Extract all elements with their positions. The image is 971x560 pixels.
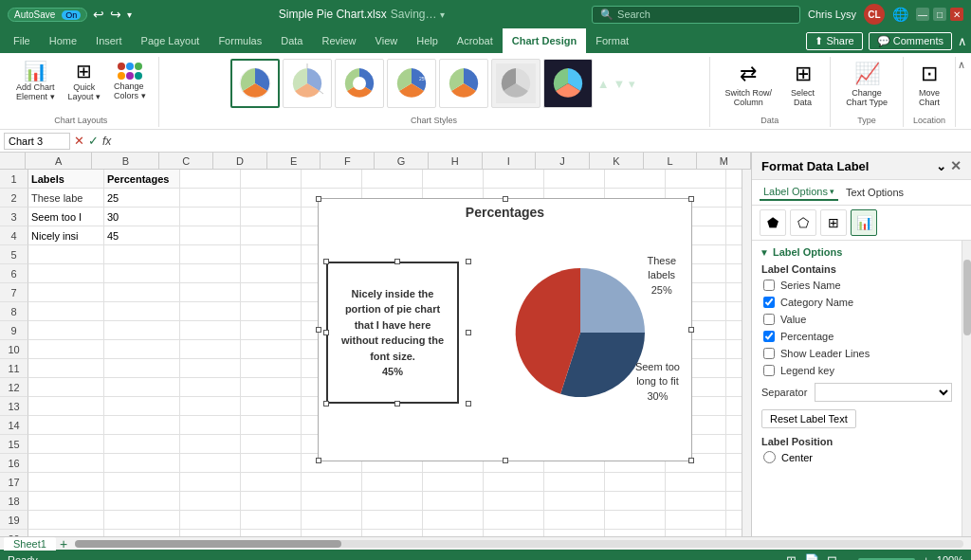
- cell-17-10[interactable]: [666, 473, 726, 492]
- add-chart-element-button[interactable]: 📊 Add ChartElement ▾: [11, 59, 60, 104]
- reset-label-text-button[interactable]: Reset Label Text: [761, 409, 856, 428]
- cell-11-3[interactable]: [241, 359, 302, 378]
- col-e[interactable]: E: [267, 153, 321, 170]
- change-chart-type-button[interactable]: 📈 ChangeChart Type: [838, 59, 895, 110]
- cell-11-0[interactable]: [28, 359, 104, 378]
- quick-layout-button[interactable]: ⊞ QuickLayout ▾: [64, 59, 106, 104]
- ribbon-collapse[interactable]: ∧: [956, 57, 967, 127]
- row-header-13[interactable]: 13: [0, 397, 28, 416]
- row-header-16[interactable]: 16: [0, 454, 28, 473]
- cell-18-9[interactable]: [605, 492, 666, 511]
- cell-20-6[interactable]: [423, 530, 484, 536]
- cell-d1[interactable]: [241, 170, 302, 189]
- chart-style-7[interactable]: [543, 59, 593, 108]
- cell-a1[interactable]: Labels: [28, 170, 104, 189]
- tab-review[interactable]: Review: [312, 28, 365, 53]
- cell-a4[interactable]: Nicely insi: [28, 226, 104, 245]
- cell-5-0[interactable]: [28, 245, 104, 264]
- chart-area[interactable]: Percentages Nicely insid: [318, 198, 692, 461]
- cell-19-8[interactable]: [544, 511, 605, 530]
- tab-view[interactable]: View: [366, 28, 408, 53]
- row-header-7[interactable]: 7: [0, 283, 28, 302]
- cell-18-2[interactable]: [180, 492, 241, 511]
- cell-20-5[interactable]: [362, 530, 423, 536]
- cell-b2[interactable]: 25: [104, 189, 180, 208]
- cell-14-0[interactable]: [28, 416, 104, 435]
- cell-12-2[interactable]: [180, 378, 241, 397]
- col-h[interactable]: H: [429, 153, 483, 170]
- cell-9-1[interactable]: [104, 321, 180, 340]
- search-input[interactable]: [617, 9, 769, 20]
- cell-19-3[interactable]: [241, 511, 302, 530]
- cell-7-0[interactable]: [28, 283, 104, 302]
- cell-12-0[interactable]: [28, 378, 104, 397]
- chart-style-1[interactable]: [230, 59, 280, 108]
- cell-18-0[interactable]: [28, 492, 104, 511]
- cell-19-6[interactable]: [423, 511, 484, 530]
- select-data-button[interactable]: ⊞ SelectData: [783, 59, 822, 110]
- cell-7-1[interactable]: [104, 283, 180, 302]
- quick-access-more[interactable]: ▾: [127, 9, 132, 20]
- cell-18-1[interactable]: [104, 492, 180, 511]
- cell-5-3[interactable]: [241, 245, 302, 264]
- cell-20-7[interactable]: [484, 530, 544, 536]
- share-button[interactable]: ⬆ Share: [806, 32, 862, 50]
- close-button[interactable]: ✕: [950, 8, 963, 21]
- redo-icon[interactable]: ↪: [110, 7, 121, 22]
- percentage-checkbox[interactable]: [763, 331, 775, 342]
- panel-icon-grid[interactable]: ⊞: [820, 209, 847, 236]
- comments-button[interactable]: 💬 Comments: [869, 32, 952, 50]
- cell-f1[interactable]: [362, 170, 423, 189]
- col-i[interactable]: I: [483, 153, 537, 170]
- cell-a3[interactable]: Seem too l: [28, 208, 104, 226]
- formula-confirm-icon[interactable]: ✓: [88, 134, 99, 148]
- show-leader-lines-checkbox[interactable]: [763, 348, 775, 359]
- cell-20-3[interactable]: [241, 530, 302, 536]
- scroll-h-track[interactable]: [75, 540, 963, 548]
- cell-7-2[interactable]: [180, 283, 241, 302]
- sheet1-tab[interactable]: Sheet1: [4, 537, 56, 551]
- cell-c4[interactable]: [180, 226, 241, 245]
- cell-12-3[interactable]: [241, 378, 302, 397]
- cell-8-3[interactable]: [241, 302, 302, 321]
- name-box[interactable]: Chart 3: [4, 133, 70, 150]
- label-options-section[interactable]: ▼ Label Options: [752, 241, 962, 260]
- cell-18-6[interactable]: [423, 492, 484, 511]
- tab-file[interactable]: File: [4, 28, 40, 53]
- vertical-scrollbar[interactable]: [742, 153, 751, 536]
- tab-page-layout[interactable]: Page Layout: [132, 28, 210, 53]
- chart-style-5[interactable]: [439, 59, 488, 108]
- cell-5-2[interactable]: [180, 245, 241, 264]
- search-bar[interactable]: 🔍: [592, 6, 800, 24]
- cell-14-2[interactable]: [180, 416, 241, 435]
- row-header-9[interactable]: 9: [0, 321, 28, 340]
- tab-chart-design[interactable]: Chart Design: [503, 28, 586, 53]
- cell-18-10[interactable]: [666, 492, 726, 511]
- move-chart-button[interactable]: ⊡ MoveChart: [911, 59, 947, 110]
- cell-b4[interactable]: 45: [104, 226, 180, 245]
- row-header-1[interactable]: 1: [0, 170, 28, 189]
- tab-insert[interactable]: Insert: [86, 28, 132, 53]
- row-header-12[interactable]: 12: [0, 378, 28, 397]
- cell-15-2[interactable]: [180, 435, 241, 454]
- cell-9-2[interactable]: [180, 321, 241, 340]
- zoom-plus-icon[interactable]: +: [923, 554, 928, 560]
- cell-17-6[interactable]: [423, 473, 484, 492]
- cell-11-2[interactable]: [180, 359, 241, 378]
- tab-acrobat[interactable]: Acrobat: [448, 28, 503, 53]
- chart-styles-down[interactable]: ▼: [612, 77, 628, 91]
- panel-scrollbar[interactable]: [962, 241, 971, 536]
- chart-style-6[interactable]: [491, 59, 540, 108]
- cell-19-7[interactable]: [484, 511, 544, 530]
- cell-h1[interactable]: [484, 170, 544, 189]
- cell-18-7[interactable]: [484, 492, 544, 511]
- chart-style-3[interactable]: [335, 59, 384, 108]
- center-radio[interactable]: [763, 451, 776, 463]
- tab-format[interactable]: Format: [586, 28, 638, 53]
- tab-data[interactable]: Data: [271, 28, 312, 53]
- autosave-toggle[interactable]: AutoSave On: [8, 8, 87, 22]
- col-l[interactable]: L: [644, 153, 698, 170]
- row-header-10[interactable]: 10: [0, 340, 28, 359]
- series-name-checkbox[interactable]: [763, 280, 775, 291]
- cell-20-2[interactable]: [180, 530, 241, 536]
